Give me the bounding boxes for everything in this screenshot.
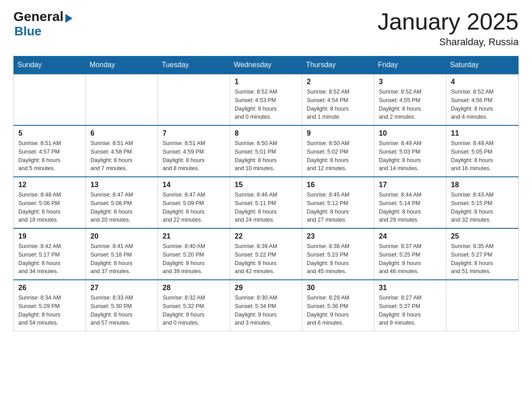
day-cell-3: 3Sunrise: 8:52 AMSunset: 4:55 PMDaylight… [374,74,446,125]
day-cell-4: 4Sunrise: 8:52 AMSunset: 4:56 PMDaylight… [446,74,519,125]
day-cell-11: 11Sunrise: 8:49 AMSunset: 5:05 PMDayligh… [446,125,519,177]
day-header-saturday: Saturday [446,56,519,74]
day-info: Sunrise: 8:38 AMSunset: 5:23 PMDaylight:… [307,242,369,276]
day-number: 20 [90,232,153,240]
day-number: 16 [307,181,369,189]
day-cell-27: 27Sunrise: 8:33 AMSunset: 5:30 PMDayligh… [86,280,158,331]
day-info: Sunrise: 8:52 AMSunset: 4:56 PMDaylight:… [451,88,514,121]
day-info: Sunrise: 8:44 AMSunset: 5:14 PMDaylight:… [379,191,442,224]
day-info: Sunrise: 8:52 AMSunset: 4:55 PMDaylight:… [379,88,442,121]
day-cell-18: 18Sunrise: 8:43 AMSunset: 5:15 PMDayligh… [446,177,519,228]
day-number: 28 [163,284,225,292]
day-info: Sunrise: 8:29 AMSunset: 5:36 PMDaylight:… [307,294,369,327]
day-header-tuesday: Tuesday [158,56,230,74]
day-info: Sunrise: 8:34 AMSunset: 5:29 PMDaylight:… [18,294,81,327]
empty-cell [446,280,519,331]
day-number: 23 [307,232,369,240]
day-cell-7: 7Sunrise: 8:51 AMSunset: 4:59 PMDaylight… [158,125,230,177]
day-number: 14 [163,181,225,189]
day-number: 5 [18,129,81,137]
day-info: Sunrise: 8:42 AMSunset: 5:17 PMDaylight:… [18,242,81,276]
day-number: 21 [163,232,225,240]
empty-cell [14,74,86,125]
day-cell-16: 16Sunrise: 8:45 AMSunset: 5:12 PMDayligh… [302,177,374,228]
day-cell-8: 8Sunrise: 8:50 AMSunset: 5:01 PMDaylight… [230,125,302,177]
week-row-4: 19Sunrise: 8:42 AMSunset: 5:17 PMDayligh… [14,228,519,280]
day-info: Sunrise: 8:46 AMSunset: 5:11 PMDaylight:… [235,191,297,224]
day-cell-25: 25Sunrise: 8:35 AMSunset: 5:27 PMDayligh… [446,228,519,280]
day-number: 11 [451,129,514,137]
day-number: 26 [18,284,81,292]
day-header-thursday: Thursday [302,56,374,74]
day-number: 17 [379,181,442,189]
day-info: Sunrise: 8:39 AMSunset: 5:22 PMDaylight:… [235,242,297,276]
day-cell-24: 24Sunrise: 8:37 AMSunset: 5:25 PMDayligh… [374,228,446,280]
day-info: Sunrise: 8:51 AMSunset: 4:58 PMDaylight:… [90,139,153,173]
day-cell-28: 28Sunrise: 8:32 AMSunset: 5:32 PMDayligh… [158,280,230,331]
day-number: 13 [90,181,153,189]
title-section: January 2025 Sharalday, Russia [378,9,519,48]
day-header-wednesday: Wednesday [230,56,302,74]
logo-triangle-icon [65,14,73,23]
day-info: Sunrise: 8:51 AMSunset: 4:59 PMDaylight:… [163,139,225,173]
day-info: Sunrise: 8:27 AMSunset: 5:37 PMDaylight:… [379,294,442,327]
logo: General Blue [13,9,73,39]
day-info: Sunrise: 8:45 AMSunset: 5:12 PMDaylight:… [307,191,369,224]
week-row-5: 26Sunrise: 8:34 AMSunset: 5:29 PMDayligh… [14,280,519,331]
day-info: Sunrise: 8:52 AMSunset: 4:54 PMDaylight:… [307,88,369,121]
day-cell-31: 31Sunrise: 8:27 AMSunset: 5:37 PMDayligh… [374,280,446,331]
day-cell-26: 26Sunrise: 8:34 AMSunset: 5:29 PMDayligh… [14,280,86,331]
day-cell-6: 6Sunrise: 8:51 AMSunset: 4:58 PMDaylight… [86,125,158,177]
day-number: 24 [379,232,442,240]
logo-blue-text: Blue [14,24,73,39]
day-info: Sunrise: 8:37 AMSunset: 5:25 PMDaylight:… [379,242,442,276]
calendar-header-row: SundayMondayTuesdayWednesdayThursdayFrid… [14,56,519,74]
day-number: 1 [235,78,297,86]
month-title: January 2025 [378,9,519,34]
day-info: Sunrise: 8:33 AMSunset: 5:30 PMDaylight:… [90,294,153,327]
day-info: Sunrise: 8:32 AMSunset: 5:32 PMDaylight:… [163,294,225,327]
day-cell-5: 5Sunrise: 8:51 AMSunset: 4:57 PMDaylight… [14,125,86,177]
calendar-table: SundayMondayTuesdayWednesdayThursdayFrid… [13,56,519,331]
page-header: General Blue January 2025 Sharalday, Rus… [13,9,519,48]
day-cell-17: 17Sunrise: 8:44 AMSunset: 5:14 PMDayligh… [374,177,446,228]
day-info: Sunrise: 8:49 AMSunset: 5:05 PMDaylight:… [451,139,514,173]
day-cell-29: 29Sunrise: 8:30 AMSunset: 5:34 PMDayligh… [230,280,302,331]
logo-general-text: General [13,9,64,24]
day-number: 8 [235,129,297,137]
day-number: 9 [307,129,369,137]
day-cell-12: 12Sunrise: 8:48 AMSunset: 5:06 PMDayligh… [14,177,86,228]
day-info: Sunrise: 8:48 AMSunset: 5:06 PMDaylight:… [18,191,81,224]
day-cell-19: 19Sunrise: 8:42 AMSunset: 5:17 PMDayligh… [14,228,86,280]
empty-cell [86,74,158,125]
day-cell-22: 22Sunrise: 8:39 AMSunset: 5:22 PMDayligh… [230,228,302,280]
day-cell-10: 10Sunrise: 8:49 AMSunset: 5:03 PMDayligh… [374,125,446,177]
day-number: 4 [451,78,514,86]
day-number: 27 [90,284,153,292]
day-number: 30 [307,284,369,292]
day-number: 29 [235,284,297,292]
day-cell-1: 1Sunrise: 8:52 AMSunset: 4:53 PMDaylight… [230,74,302,125]
day-number: 19 [18,232,81,240]
day-info: Sunrise: 8:50 AMSunset: 5:01 PMDaylight:… [235,139,297,173]
day-number: 2 [307,78,369,86]
day-number: 7 [163,129,225,137]
day-number: 3 [379,78,442,86]
day-number: 10 [379,129,442,137]
day-cell-2: 2Sunrise: 8:52 AMSunset: 4:54 PMDaylight… [302,74,374,125]
day-header-sunday: Sunday [14,56,86,74]
day-number: 12 [18,181,81,189]
day-info: Sunrise: 8:41 AMSunset: 5:18 PMDaylight:… [90,242,153,276]
day-cell-30: 30Sunrise: 8:29 AMSunset: 5:36 PMDayligh… [302,280,374,331]
day-info: Sunrise: 8:49 AMSunset: 5:03 PMDaylight:… [379,139,442,173]
week-row-1: 1Sunrise: 8:52 AMSunset: 4:53 PMDaylight… [14,74,519,125]
day-number: 18 [451,181,514,189]
day-info: Sunrise: 8:47 AMSunset: 5:08 PMDaylight:… [90,191,153,224]
day-cell-14: 14Sunrise: 8:47 AMSunset: 5:09 PMDayligh… [158,177,230,228]
location: Sharalday, Russia [378,36,519,48]
week-row-2: 5Sunrise: 8:51 AMSunset: 4:57 PMDaylight… [14,125,519,177]
day-cell-21: 21Sunrise: 8:40 AMSunset: 5:20 PMDayligh… [158,228,230,280]
empty-cell [158,74,230,125]
day-info: Sunrise: 8:52 AMSunset: 4:53 PMDaylight:… [235,88,297,121]
day-info: Sunrise: 8:30 AMSunset: 5:34 PMDaylight:… [235,294,297,327]
